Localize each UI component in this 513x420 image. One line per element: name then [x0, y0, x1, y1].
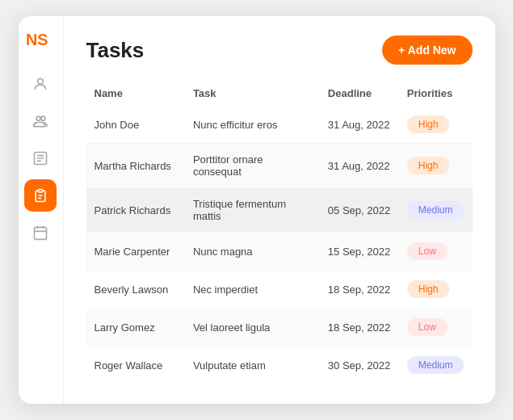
table-row[interactable]: John Doe Nunc efficitur eros 31 Aug, 202… — [86, 106, 473, 144]
cell-task: Vel laoreet ligula — [185, 309, 320, 346]
col-header-task: Task — [185, 81, 320, 106]
cell-deadline: 18 Sep, 2022 — [320, 309, 399, 346]
cell-name: Martha Richards — [86, 144, 185, 188]
cell-priority: Low — [399, 233, 473, 271]
svg-rect-8 — [39, 190, 43, 192]
table-header-row: Name Task Deadline Priorities — [86, 81, 473, 106]
main-content: Tasks + Add New Name Task Deadline Prior… — [64, 16, 495, 404]
cell-deadline: 31 Aug, 2022 — [320, 144, 399, 188]
sidebar-item-user[interactable] — [24, 68, 57, 100]
cell-priority: High — [399, 106, 473, 144]
priority-badge: High — [407, 157, 450, 174]
cell-task: Nunc efficitur eros — [185, 106, 320, 144]
tasks-table: Name Task Deadline Priorities John Doe N… — [86, 81, 473, 384]
cell-name: Marie Carpenter — [86, 233, 185, 271]
sidebar: NS — [19, 16, 64, 404]
add-new-button[interactable]: + Add New — [382, 36, 472, 65]
header: Tasks + Add New — [86, 36, 473, 65]
cell-priority: High — [399, 271, 473, 309]
priority-badge: Medium — [407, 356, 465, 374]
col-header-priorities: Priorities — [399, 81, 473, 106]
svg-point-1 — [38, 78, 44, 84]
svg-rect-11 — [35, 227, 47, 239]
cell-priority: High — [399, 144, 473, 188]
cell-priority: Low — [399, 309, 473, 346]
cell-priority: Medium — [399, 346, 473, 384]
cell-deadline: 15 Sep, 2022 — [320, 233, 399, 271]
priority-badge: Low — [407, 318, 448, 336]
cell-task: Porttitor ornare consequat — [185, 144, 320, 188]
sidebar-item-team[interactable] — [24, 105, 57, 137]
sidebar-item-list[interactable] — [24, 142, 57, 174]
cell-task: Nec imperdiet — [185, 271, 320, 309]
cell-task: Vulputate etiam — [185, 346, 320, 384]
priority-badge: High — [407, 280, 450, 298]
table-row[interactable]: Marie Carpenter Nunc magna 15 Sep, 2022 … — [86, 233, 473, 271]
cell-deadline: 18 Sep, 2022 — [320, 271, 399, 309]
table-row[interactable]: Beverly Lawson Nec imperdiet 18 Sep, 202… — [86, 271, 473, 309]
cell-deadline: 31 Aug, 2022 — [320, 106, 399, 144]
table-container: Name Task Deadline Priorities John Doe N… — [86, 81, 473, 384]
cell-priority: Medium — [399, 188, 473, 233]
priority-badge: High — [407, 116, 450, 133]
col-header-deadline: Deadline — [320, 81, 399, 106]
cell-name: John Doe — [86, 106, 185, 144]
table-row[interactable]: Larry Gomez Vel laoreet ligula 18 Sep, 2… — [86, 309, 473, 346]
cell-name: Beverly Lawson — [86, 271, 185, 309]
table-row[interactable]: Patrick Richards Tristique fermentum mat… — [86, 188, 473, 233]
table-row[interactable]: Roger Wallace Vulputate etiam 30 Sep, 20… — [86, 346, 473, 384]
table-row[interactable]: Martha Richards Porttitor ornare consequ… — [86, 144, 473, 188]
sidebar-item-tasks[interactable] — [24, 179, 57, 212]
priority-badge: Medium — [407, 201, 465, 219]
cell-name: Patrick Richards — [86, 188, 185, 233]
svg-point-3 — [41, 116, 45, 120]
priority-badge: Low — [407, 242, 448, 260]
col-header-name: Name — [86, 81, 185, 106]
cell-deadline: 05 Sep, 2022 — [320, 188, 399, 233]
app-container: NS — [19, 16, 495, 404]
svg-point-2 — [36, 116, 40, 120]
cell-deadline: 30 Sep, 2022 — [320, 346, 399, 384]
logo: NS — [24, 26, 57, 55]
cell-name: Roger Wallace — [86, 346, 185, 384]
sidebar-item-calendar[interactable] — [24, 216, 57, 249]
cell-task: Nunc magna — [185, 233, 320, 271]
page-title: Tasks — [86, 38, 145, 63]
cell-task: Tristique fermentum mattis — [185, 188, 320, 233]
svg-text:NS: NS — [26, 31, 48, 48]
cell-name: Larry Gomez — [86, 309, 185, 346]
